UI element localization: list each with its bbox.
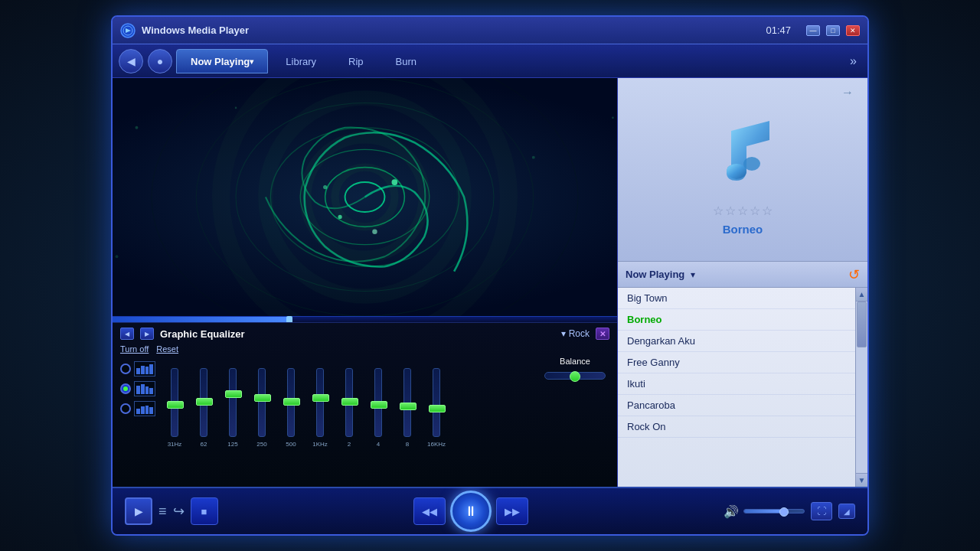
compact-button[interactable]: ◢ bbox=[838, 504, 855, 519]
prev-button[interactable]: ◀◀ bbox=[413, 497, 446, 525]
album-rating[interactable]: ☆ ☆ ☆ ☆ ☆ bbox=[713, 204, 773, 218]
left-panel: ◀ ▶ Graphic Equalizer Rock ✕ Turn off Re… bbox=[113, 78, 618, 487]
minimize-button[interactable]: — bbox=[806, 25, 820, 36]
eq-slider-thumb-31hz[interactable] bbox=[167, 401, 184, 409]
fullscreen-button[interactable]: ⛶ bbox=[811, 502, 832, 520]
eq-slider-1khz bbox=[307, 368, 333, 437]
nav-back-button[interactable]: ◀ bbox=[119, 49, 143, 73]
volume-fill bbox=[744, 510, 783, 513]
scrollbar-up-button[interactable]: ▲ bbox=[856, 288, 867, 302]
playlist-item-ikuti[interactable]: Ikuti bbox=[618, 373, 867, 395]
radio-1[interactable] bbox=[120, 364, 131, 374]
eq-slider-track-31hz[interactable] bbox=[171, 368, 178, 437]
eq-nav-left[interactable]: ◀ bbox=[120, 328, 134, 340]
playlist-scrollbar[interactable]: ▲ ▼ bbox=[855, 288, 867, 487]
eq-label-62hz: 62 bbox=[191, 441, 217, 448]
volume-thumb[interactable] bbox=[779, 507, 789, 517]
equalizer-panel: ◀ ▶ Graphic Equalizer Rock ✕ Turn off Re… bbox=[113, 322, 617, 487]
eq-slider-250hz bbox=[249, 368, 275, 437]
pause-button[interactable]: ⏸ bbox=[450, 491, 492, 532]
playlist-item-pancaroba[interactable]: Pancaroba bbox=[618, 395, 867, 416]
playlist-item-dengarkanaku[interactable]: Dengarkan Aku bbox=[618, 331, 867, 352]
tab-burn[interactable]: Burn bbox=[381, 49, 431, 73]
eq-slider-2khz bbox=[336, 368, 362, 437]
eq-turnoff-link[interactable]: Turn off bbox=[120, 344, 149, 354]
balance-label: Balance bbox=[560, 357, 590, 366]
eq-preset-radio-3[interactable] bbox=[120, 401, 155, 416]
radio-3[interactable] bbox=[120, 403, 131, 414]
progress-bar[interactable] bbox=[113, 316, 617, 322]
eq-slider-track-8khz[interactable] bbox=[403, 368, 411, 437]
controls-bar: ▶ ≡ ↪ ■ ◀◀ ⏸ ▶▶ 🔊 ⛶ ◢ bbox=[113, 487, 867, 534]
eq-label-250hz: 250 bbox=[249, 441, 275, 448]
eq-nav-right[interactable]: ▶ bbox=[140, 328, 154, 340]
eq-preset-icon-3 bbox=[134, 401, 155, 416]
eq-slider-track-1khz[interactable] bbox=[316, 368, 324, 437]
eq-slider-thumb-125hz[interactable] bbox=[225, 390, 242, 398]
eq-slider-track-16khz[interactable] bbox=[433, 368, 440, 437]
eq-slider-thumb-250hz[interactable] bbox=[254, 394, 271, 402]
balance-slider[interactable] bbox=[544, 372, 606, 380]
eq-preset-icon-2 bbox=[134, 381, 155, 396]
eq-body: 31Hz 62 125 250 500 1KHz 2 4 8 16KHz bbox=[120, 357, 609, 448]
eq-slider-thumb-500hz[interactable] bbox=[283, 398, 300, 406]
volume-slider[interactable] bbox=[743, 509, 805, 514]
maximize-button[interactable]: □ bbox=[826, 25, 840, 36]
eq-close-button[interactable]: ✕ bbox=[596, 328, 609, 340]
playlist-item-bigtown[interactable]: Big Town bbox=[618, 288, 867, 309]
tab-now-playing[interactable]: Now Playing bbox=[176, 49, 268, 73]
playlist-shuffle-icon[interactable]: ↺ bbox=[848, 266, 860, 283]
eq-slider-16khz bbox=[423, 368, 449, 437]
volume-area: 🔊 bbox=[724, 504, 805, 519]
eq-preset-radio-2[interactable] bbox=[120, 381, 155, 396]
eq-slider-thumb-16khz[interactable] bbox=[429, 405, 446, 412]
eq-label-8khz: 8 bbox=[394, 441, 420, 448]
playlist-item-borneo[interactable]: Borneo bbox=[618, 309, 867, 331]
eq-slider-track-250hz[interactable] bbox=[258, 368, 266, 437]
window-time: 01:47 bbox=[766, 24, 791, 36]
wmp-window: Windows Media Player 01:47 — □ ✕ ◀ ● Now… bbox=[111, 15, 869, 536]
scrollbar-thumb[interactable] bbox=[857, 302, 867, 347]
eq-slider-62hz bbox=[191, 368, 217, 437]
eq-slider-thumb-2khz[interactable] bbox=[341, 398, 358, 406]
volume-icon: 🔊 bbox=[724, 504, 739, 519]
eq-controls: Turn off Reset bbox=[120, 344, 609, 354]
playlist-dropdown[interactable]: ▾ bbox=[691, 269, 695, 280]
eq-preset-radio-1[interactable] bbox=[120, 361, 155, 377]
tab-rip[interactable]: Rip bbox=[334, 49, 378, 73]
eq-label-4khz: 4 bbox=[365, 441, 391, 448]
eq-slider-thumb-62hz[interactable] bbox=[196, 398, 213, 406]
playlist-items: Big Town Borneo Dengarkan Aku Free Ganny… bbox=[618, 288, 867, 487]
tab-library[interactable]: Library bbox=[271, 49, 331, 73]
right-panel: → ☆ ☆ bbox=[618, 78, 867, 487]
album-nav-arrow[interactable]: → bbox=[841, 86, 860, 101]
close-button[interactable]: ✕ bbox=[846, 25, 860, 36]
rip-button[interactable]: ↪ bbox=[173, 503, 185, 520]
eq-slider-thumb-8khz[interactable] bbox=[400, 403, 416, 410]
playlist-item-freeganny[interactable]: Free Ganny bbox=[618, 352, 867, 373]
window-title: Windows Media Player bbox=[142, 24, 766, 36]
eq-reset-link[interactable]: Reset bbox=[156, 344, 178, 354]
eq-slider-track-4khz[interactable] bbox=[374, 368, 382, 437]
eq-title: Graphic Equalizer bbox=[160, 328, 245, 340]
eq-preset-selector[interactable]: Rock bbox=[561, 328, 590, 339]
main-content: ◀ ▶ Graphic Equalizer Rock ✕ Turn off Re… bbox=[113, 78, 867, 487]
play-button-small[interactable]: ▶ bbox=[125, 497, 152, 525]
eq-slider-track-2khz[interactable] bbox=[345, 368, 353, 437]
eq-slider-track-62hz[interactable] bbox=[200, 368, 207, 437]
radio-2[interactable] bbox=[120, 383, 131, 394]
wmp-logo bbox=[120, 23, 136, 38]
playlist-item-rockon[interactable]: Rock On bbox=[618, 416, 867, 438]
nav-forward-button[interactable]: ● bbox=[148, 49, 172, 73]
nav-more-button[interactable]: » bbox=[844, 44, 863, 77]
scrollbar-track bbox=[856, 302, 867, 473]
eq-slider-track-125hz[interactable] bbox=[229, 368, 237, 437]
stop-button[interactable]: ■ bbox=[191, 497, 218, 525]
playlist-button[interactable]: ≡ bbox=[158, 504, 167, 520]
next-button[interactable]: ▶▶ bbox=[496, 497, 528, 525]
eq-slider-track-500hz[interactable] bbox=[287, 368, 295, 437]
eq-slider-thumb-4khz[interactable] bbox=[371, 401, 387, 409]
scrollbar-down-button[interactable]: ▼ bbox=[856, 473, 867, 487]
balance-thumb[interactable] bbox=[570, 371, 580, 382]
eq-slider-thumb-1khz[interactable] bbox=[312, 394, 329, 402]
